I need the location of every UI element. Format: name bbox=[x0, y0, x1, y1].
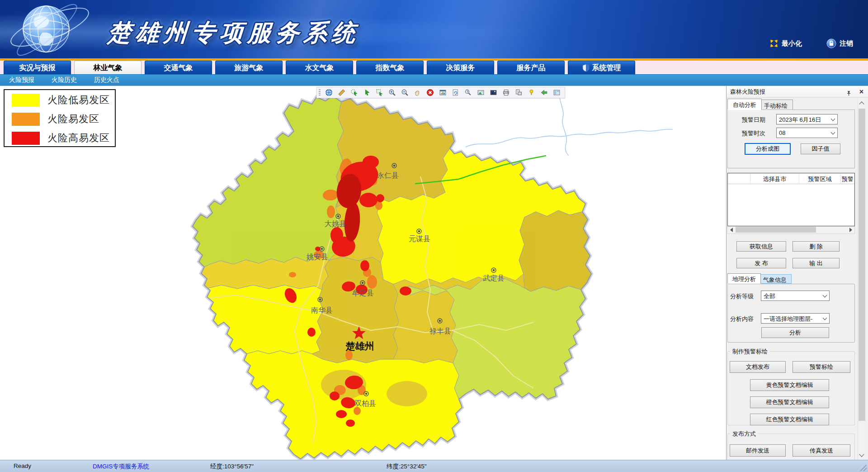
logout-button[interactable]: 注销 bbox=[826, 38, 853, 49]
zoom-out-icon[interactable] bbox=[401, 88, 409, 97]
scroll-down-icon[interactable] bbox=[859, 452, 864, 457]
tab-traffic-weather[interactable]: 交通气象 bbox=[145, 61, 212, 74]
warn-date-select[interactable]: 2023年 6月16日 bbox=[776, 114, 838, 124]
print-preview-icon[interactable] bbox=[514, 88, 523, 97]
printer-icon[interactable] bbox=[502, 88, 510, 97]
pan-hand-icon[interactable] bbox=[413, 88, 422, 97]
export-button[interactable]: 输 出 bbox=[793, 258, 840, 268]
legend-row-high: 火险高易发区 bbox=[12, 129, 115, 147]
forest-fire-panel: 森林火险预报 × 自动分析 手动标绘 预警日期 2023年 6月16日 预警时次… bbox=[726, 86, 868, 460]
tab-decision-service[interactable]: 决策服务 bbox=[427, 61, 494, 74]
chevron-down-icon bbox=[823, 293, 827, 298]
warn-plot-button[interactable]: 预警标绘 bbox=[793, 361, 850, 373]
select-by-circle-icon[interactable] bbox=[350, 88, 359, 97]
orange-warning-doc-button[interactable]: 橙色预警文档编辑 bbox=[750, 396, 829, 408]
logout-label: 注销 bbox=[840, 39, 853, 48]
minimize-icon bbox=[769, 39, 778, 48]
red-warning-doc-button[interactable]: 红色预警文档编辑 bbox=[750, 414, 829, 425]
tab-service-products[interactable]: 服务产品 bbox=[497, 61, 565, 74]
tab-hydrology-weather[interactable]: 水文气象 bbox=[286, 61, 353, 74]
map-label-yuanmou: 元谋县 bbox=[409, 235, 430, 243]
minimize-button[interactable]: 最小化 bbox=[769, 38, 802, 49]
warn-time-select[interactable]: 08 bbox=[776, 128, 838, 138]
image-day-icon[interactable] bbox=[476, 88, 485, 97]
status-latitude: 纬度:25°32'45" bbox=[387, 462, 427, 471]
tab-forestry-weather[interactable]: 林业气象 bbox=[74, 61, 142, 74]
map-label-yaoan: 姚安县 bbox=[307, 253, 328, 261]
hscroll-thumb[interactable] bbox=[736, 227, 816, 233]
analysis-content-value: 一请选择地理图层- bbox=[764, 315, 821, 323]
analysis-content-select[interactable]: 一请选择地理图层- bbox=[761, 313, 830, 324]
email-send-button[interactable]: 邮件发送 bbox=[730, 444, 786, 457]
chevron-down-icon bbox=[823, 316, 827, 320]
tab-weather-info[interactable]: 气象信息 bbox=[758, 274, 792, 284]
column-header-select[interactable] bbox=[728, 173, 750, 184]
globe-icon[interactable] bbox=[325, 88, 333, 97]
analyze-button[interactable]: 分析 bbox=[761, 327, 829, 338]
svg-text:?: ? bbox=[467, 90, 469, 94]
select-by-polygon-icon[interactable] bbox=[375, 88, 384, 97]
vscroll-thumb[interactable] bbox=[859, 109, 865, 421]
analyze-map-button[interactable]: 分析成图 bbox=[745, 143, 791, 155]
doc-publish-button[interactable]: 文档发布 bbox=[730, 361, 786, 373]
stop-red-x-icon[interactable] bbox=[426, 88, 434, 97]
resize-grip[interactable] bbox=[860, 465, 867, 471]
image-night-icon[interactable] bbox=[489, 88, 498, 97]
scroll-left-icon[interactable] bbox=[730, 228, 733, 232]
chevron-down-icon bbox=[831, 117, 835, 121]
map-label-shuangbai: 双柏县 bbox=[354, 400, 376, 407]
publish-button[interactable]: 发 布 bbox=[736, 258, 786, 268]
tab-system-admin-label: 系统管理 bbox=[592, 61, 621, 75]
select-arrow-icon[interactable] bbox=[363, 88, 371, 97]
legend-swatch-medium bbox=[12, 113, 40, 126]
measure-ruler-icon[interactable] bbox=[337, 88, 346, 97]
back-arrow-icon[interactable] bbox=[540, 88, 548, 97]
subnav-fire-risk-forecast[interactable]: 火险预报 bbox=[9, 76, 34, 84]
tab-manual-plot[interactable]: 手动标绘 bbox=[759, 100, 793, 110]
tab-auto-analysis[interactable]: 自动分析 bbox=[727, 99, 762, 110]
status-ready: Ready bbox=[14, 462, 31, 469]
subnav-fire-risk-history[interactable]: 火险历史 bbox=[52, 76, 77, 84]
table-hscrollbar[interactable] bbox=[727, 226, 855, 234]
map-label-capital: 楚雄州 bbox=[345, 341, 374, 352]
minimize-label: 最小化 bbox=[782, 39, 802, 48]
column-header-warning[interactable]: 预警 bbox=[841, 173, 854, 184]
warning-table[interactable]: 选择县市 预警区域 预警 bbox=[727, 173, 855, 226]
get-info-button[interactable]: 获取信息 bbox=[736, 241, 786, 252]
analysis-content-label: 分析内容 bbox=[730, 315, 754, 323]
status-bar: Ready DMGIS专项服务系统 经度:103°56'57" 纬度:25°32… bbox=[0, 460, 868, 472]
close-icon[interactable]: × bbox=[859, 86, 863, 98]
legend-swatch-low bbox=[12, 94, 40, 107]
chart-window-icon[interactable] bbox=[439, 88, 447, 97]
tab-system-admin[interactable]: 系统管理 bbox=[568, 61, 635, 74]
yellow-warning-doc-button[interactable]: 黄色预警文档编辑 bbox=[750, 379, 829, 391]
refresh-document-icon[interactable] bbox=[451, 88, 460, 97]
scroll-right-icon[interactable] bbox=[849, 228, 852, 232]
delete-button[interactable]: 删 除 bbox=[793, 241, 840, 252]
identify-query-icon[interactable]: ? bbox=[464, 88, 472, 97]
analysis-level-select[interactable]: 全部 bbox=[761, 291, 830, 301]
scroll-up-icon[interactable] bbox=[859, 101, 864, 106]
column-header-region[interactable]: 预警区域 bbox=[799, 173, 841, 184]
lock-icon bbox=[826, 38, 836, 48]
pin-icon[interactable] bbox=[846, 89, 852, 100]
highlight-pin-icon[interactable] bbox=[527, 88, 536, 97]
layout-grid-icon[interactable] bbox=[552, 88, 561, 97]
legend-label-high: 火险高易发区 bbox=[47, 131, 110, 145]
fax-send-button[interactable]: 传真发送 bbox=[793, 444, 850, 457]
factor-value-button[interactable]: 因子值 bbox=[801, 143, 840, 154]
subnav-historical-fire-points[interactable]: 历史火点 bbox=[94, 76, 119, 84]
toolbar-grip[interactable] bbox=[319, 89, 321, 96]
main-nav: 实况与预报 林业气象 交通气象 旅游气象 水文气象 指数气象 决策服务 服务产品… bbox=[0, 61, 868, 74]
banner: 楚雄州专项服务系统 最小化 注销 bbox=[0, 0, 868, 58]
tab-tourism-weather[interactable]: 旅游气象 bbox=[215, 61, 283, 74]
app-window: 楚雄州专项服务系统 最小化 注销 实况与预报 林业气象 bbox=[0, 0, 868, 472]
panel-vscrollbar[interactable] bbox=[858, 99, 865, 460]
map-area: 永仁县 元谋县 大姚县 姚安县 武定县 牟定县 南华县 禄丰县 双柏县 楚雄州 … bbox=[0, 86, 868, 460]
tab-live-forecast[interactable]: 实况与预报 bbox=[4, 61, 71, 74]
column-header-county[interactable]: 选择县市 bbox=[750, 173, 799, 184]
tab-geo-analysis[interactable]: 地理分析 bbox=[727, 273, 761, 284]
plot-group-title: 制作预警标绘 bbox=[730, 348, 770, 356]
tab-index-weather[interactable]: 指数气象 bbox=[356, 61, 424, 74]
zoom-in-icon[interactable] bbox=[388, 88, 396, 97]
